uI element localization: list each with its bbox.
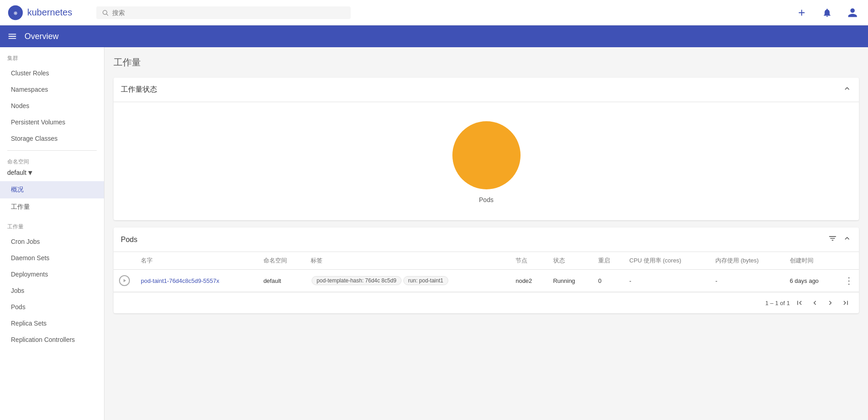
pods-card: Pods 名字 命名空间 标签 节	[114, 227, 859, 313]
col-cpu: CPU 使用率 (cores)	[624, 252, 710, 270]
sidebar-item-nodes[interactable]: Nodes	[0, 98, 104, 114]
cluster-section-label: 集群	[0, 47, 104, 65]
svg-point-4	[452, 121, 521, 189]
pagination-text: 1 – 1 of 1	[765, 300, 790, 306]
search-icon	[102, 9, 109, 16]
add-button[interactable]	[794, 5, 810, 21]
kubernetes-logo-icon: ⎈	[7, 5, 24, 21]
sidebar: 集群 Cluster Roles Namespaces Nodes Persis…	[0, 47, 104, 420]
sidebar-item-pods[interactable]: Pods	[0, 299, 104, 315]
chart-area: Pods	[114, 102, 859, 220]
pods-table-header: 名字 命名空间 标签 节点 状态 重启 CPU 使用率 (cores) 内存使用…	[114, 252, 859, 270]
workload-status-card-header: 工作量状态	[114, 78, 859, 102]
col-labels: 标签	[305, 252, 510, 270]
content-area: 工作量 工作量状态 Pods Pods	[104, 47, 868, 420]
namespace-value: default	[7, 169, 26, 176]
pod-row-actions-cell[interactable]: ⋮	[839, 270, 859, 292]
nav-actions	[794, 5, 861, 21]
pods-card-header: Pods	[114, 227, 859, 252]
notifications-button[interactable]	[819, 5, 835, 21]
pods-card-header-actions	[828, 234, 852, 245]
pod-labels-cell: pod-template-hash: 76d4c 8c5d9run: pod-t…	[305, 270, 510, 292]
pods-table: 名字 命名空间 标签 节点 状态 重启 CPU 使用率 (cores) 内存使用…	[114, 252, 859, 292]
col-name: 名字	[135, 252, 258, 270]
sidebar-item-daemon-sets[interactable]: Daemon Sets	[0, 250, 104, 266]
table-row: pod-taint1-76d4c8c5d9-5557xdefaultpod-te…	[114, 270, 859, 292]
col-icon	[114, 252, 135, 270]
chart-pods-label: Pods	[479, 196, 494, 203]
last-page-button[interactable]	[840, 297, 852, 309]
col-memory: 内存使用 (bytes)	[710, 252, 784, 270]
main-layout: 集群 Cluster Roles Namespaces Nodes Persis…	[0, 47, 868, 420]
pod-row-more-button[interactable]: ⋮	[844, 275, 853, 286]
pods-table-body: pod-taint1-76d4c8c5d9-5557xdefaultpod-te…	[114, 270, 859, 292]
filter-button[interactable]	[828, 234, 837, 245]
hamburger-button[interactable]	[7, 31, 17, 41]
pod-node-cell: node2	[510, 270, 548, 292]
col-created: 创建时间	[784, 252, 839, 270]
sidebar-item-overview[interactable]: 概况	[0, 181, 104, 198]
sidebar-item-workload[interactable]: 工作量	[0, 198, 104, 216]
prev-page-button[interactable]	[809, 297, 821, 309]
header-bar: Overview	[0, 25, 868, 47]
logo-text: kubernetes	[27, 7, 72, 18]
sidebar-item-cluster-roles[interactable]: Cluster Roles	[0, 65, 104, 81]
search-bar[interactable]	[96, 6, 351, 19]
sidebar-item-persistent-volumes[interactable]: Persistent Volumes	[0, 114, 104, 130]
first-page-button[interactable]	[794, 297, 805, 309]
svg-point-2	[103, 10, 107, 14]
sidebar-divider-1	[7, 150, 97, 151]
sidebar-item-jobs[interactable]: Jobs	[0, 282, 104, 299]
pod-memory-cell: -	[710, 270, 784, 292]
pods-card-title: Pods	[121, 236, 137, 244]
pod-icon	[119, 275, 130, 286]
namespace-dropdown-icon: ▾	[28, 168, 32, 178]
workload-status-card: 工作量状态 Pods	[114, 78, 859, 220]
search-input[interactable]	[112, 9, 345, 16]
workload-status-title: 工作量状态	[121, 85, 157, 94]
pod-restarts-cell: 0	[593, 270, 624, 292]
pod-namespace-cell: default	[258, 270, 305, 292]
pagination-row: 1 – 1 of 1	[114, 292, 859, 313]
pod-name-cell[interactable]: pod-taint1-76d4c8c5d9-5557x	[135, 270, 258, 292]
pod-label-tag: run: pod-taint1	[403, 276, 448, 285]
pod-created-cell: 6 days ago	[784, 270, 839, 292]
namespace-selector[interactable]: default ▾	[7, 168, 97, 178]
col-actions	[839, 252, 859, 270]
sidebar-item-replica-sets[interactable]: Replica Sets	[0, 315, 104, 331]
pod-status-cell: Running	[548, 270, 593, 292]
next-page-button[interactable]	[824, 297, 836, 309]
svg-line-3	[107, 14, 109, 15]
pod-name-link[interactable]: pod-taint1-76d4c8c5d9-5557x	[141, 277, 219, 284]
workload-section-title: 工作量	[114, 56, 859, 69]
sidebar-item-replication-controllers[interactable]: Replication Controllers	[0, 331, 104, 348]
sidebar-item-namespaces[interactable]: Namespaces	[0, 81, 104, 98]
namespace-section: 命名空间 default ▾	[0, 154, 104, 181]
sidebar-item-deployments[interactable]: Deployments	[0, 266, 104, 282]
workload-status-collapse-button[interactable]	[843, 84, 852, 95]
col-status: 状态	[548, 252, 593, 270]
svg-text:⎈: ⎈	[14, 9, 18, 16]
logo-area: ⎈ kubernetes	[7, 5, 89, 21]
namespace-section-label: 命名空间	[7, 158, 97, 166]
top-navigation: ⎈ kubernetes	[0, 0, 868, 25]
col-namespace: 命名空间	[258, 252, 305, 270]
pod-cpu-cell: -	[624, 270, 710, 292]
col-node: 节点	[510, 252, 548, 270]
header-title: Overview	[25, 32, 59, 41]
sidebar-item-storage-classes[interactable]: Storage Classes	[0, 130, 104, 147]
pod-status-icon	[114, 270, 135, 292]
pods-donut-chart	[450, 119, 523, 192]
col-restarts: 重启	[593, 252, 624, 270]
workload-section-label: 工作量	[0, 216, 104, 233]
sidebar-item-cron-jobs[interactable]: Cron Jobs	[0, 233, 104, 250]
pods-card-collapse-button[interactable]	[843, 234, 852, 245]
user-avatar-button[interactable]	[844, 5, 861, 21]
pod-label-tag: pod-template-hash: 76d4c 8c5d9	[312, 276, 401, 285]
